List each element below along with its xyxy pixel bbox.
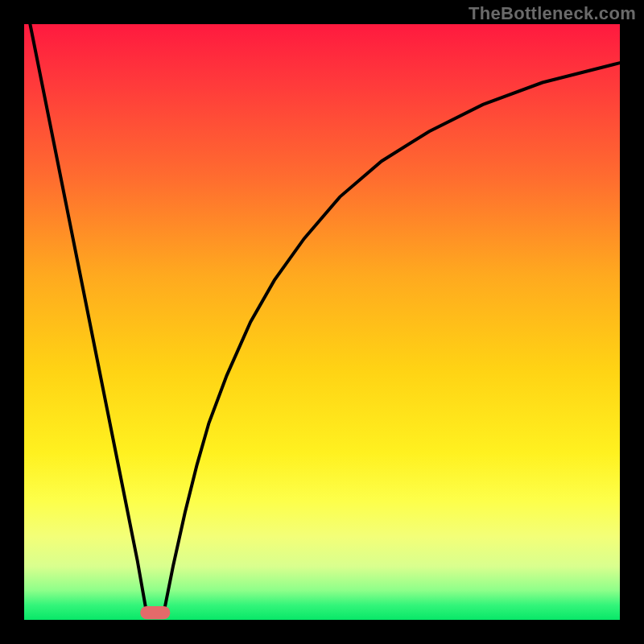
bottleneck-curve-chart: [0, 0, 644, 644]
plot-background: [24, 24, 620, 620]
optimal-marker: [140, 606, 170, 619]
chart-frame: TheBottleneck.com: [0, 0, 644, 644]
